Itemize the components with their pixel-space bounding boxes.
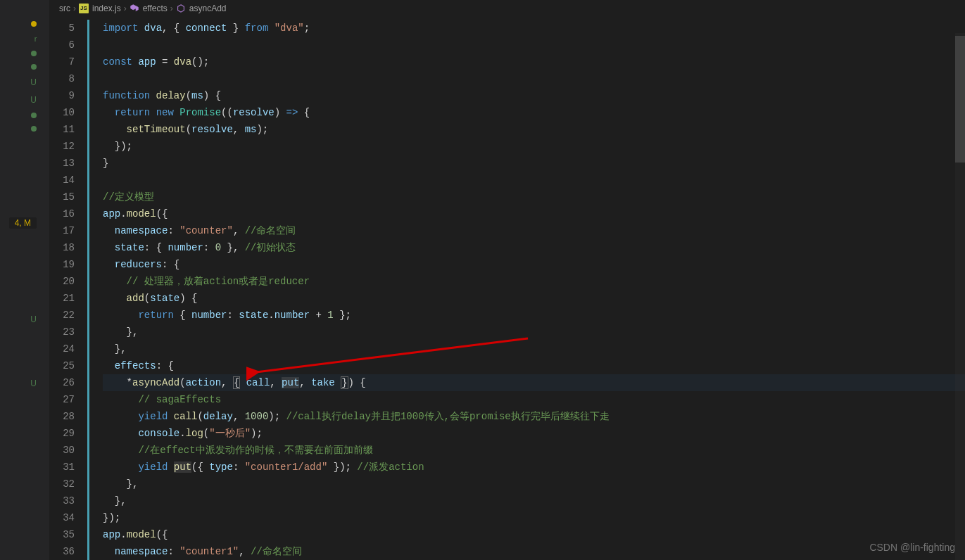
main-pane: src › JS index.js › effects › asyncAdd 5…	[49, 0, 965, 560]
line-number: 21	[49, 290, 75, 307]
code-line[interactable]: // sagaEffects	[103, 391, 965, 408]
line-change-bar	[87, 391, 89, 408]
code-line[interactable]: }	[103, 155, 965, 172]
line-change-bar	[87, 425, 89, 442]
code-line[interactable]: },	[103, 492, 965, 509]
line-change-bar	[87, 205, 89, 222]
code-line[interactable]: },	[103, 341, 965, 357]
line-change-bar	[87, 189, 89, 205]
code-line[interactable]: state: { number: 0 }, //初始状态	[103, 239, 965, 256]
code-line[interactable]: },	[103, 476, 965, 492]
line-change-bar	[87, 442, 89, 459]
line-change-bar	[87, 172, 89, 189]
code-line[interactable]: //在effect中派发动作的时候，不需要在前面加前缀	[103, 442, 965, 459]
line-number: 10	[49, 104, 75, 121]
method-icon	[176, 4, 186, 13]
line-number: 20	[49, 273, 75, 290]
line-change-bar	[87, 509, 89, 526]
line-number: 36	[49, 543, 75, 560]
line-change-bar	[87, 20, 89, 37]
code-line[interactable]: effects: {	[103, 357, 965, 374]
code-line[interactable]: namespace: "counter1", //命名空间	[103, 543, 965, 560]
line-number: 18	[49, 239, 75, 256]
line-change-bar	[87, 273, 89, 290]
code-line[interactable]: setTimeout(resolve, ms);	[103, 121, 965, 138]
code-line[interactable]: // 处理器，放着action或者是reducer	[103, 273, 965, 290]
line-change-bar	[87, 408, 89, 425]
code-line[interactable]: });	[103, 138, 965, 155]
dot-indicator	[31, 64, 37, 70]
line-number: 25	[49, 357, 75, 374]
line-number: 34	[49, 509, 75, 526]
status-letter: U	[30, 314, 37, 324]
line-change-bar	[87, 307, 89, 324]
line-change-bar	[87, 222, 89, 239]
line-change-bar	[87, 155, 89, 172]
breadcrumb-item[interactable]: asyncAdd	[189, 4, 227, 13]
code-line[interactable]: yield call(delay, 1000); //call执行delay并且…	[103, 408, 965, 425]
line-number: 26	[49, 374, 75, 391]
code-line[interactable]: app.model({	[103, 205, 965, 222]
dot-indicator	[31, 126, 37, 132]
line-number: 14	[49, 172, 75, 189]
breadcrumb[interactable]: src › JS index.js › effects › asyncAdd	[49, 0, 965, 16]
editor-root: r U U 4, M U U src › JS index.js › effec…	[0, 0, 965, 560]
line-number: 31	[49, 459, 75, 476]
line-number: 15	[49, 189, 75, 205]
line-number: 12	[49, 138, 75, 155]
chevron-right-icon: ›	[124, 4, 127, 13]
code-line[interactable]	[103, 172, 965, 189]
code-line[interactable]: //定义模型	[103, 189, 965, 205]
code-line[interactable]: add(state) {	[103, 290, 965, 307]
line-numbers-gutter: 5678910111213141516171819202122232425262…	[49, 16, 87, 560]
line-number: 22	[49, 307, 75, 324]
code-line[interactable]: app.model({	[103, 526, 965, 543]
line-number: 35	[49, 526, 75, 543]
chevron-right-icon: ›	[73, 4, 76, 13]
code-area[interactable]: import dva, { connect } from "dva";const…	[92, 16, 965, 560]
vertical-scrollbar[interactable]	[955, 33, 965, 560]
status-letter: U	[30, 77, 37, 87]
line-number: 28	[49, 408, 75, 425]
code-line[interactable]: yield put({ type: "counter1/add" }); //派…	[103, 459, 965, 476]
status-letter: r	[34, 34, 37, 43]
code-line[interactable]: },	[103, 324, 965, 341]
line-number: 8	[49, 70, 75, 87]
js-file-icon: JS	[79, 4, 89, 13]
line-change-bar	[87, 543, 89, 560]
line-change-bar	[87, 341, 89, 357]
code-line[interactable]: return { number: state.number + 1 };	[103, 307, 965, 324]
line-number: 6	[49, 37, 75, 53]
line-number: 7	[49, 53, 75, 70]
line-number: 30	[49, 442, 75, 459]
code-line[interactable]: *asyncAdd(action, { call, put, take }) {	[103, 374, 965, 391]
code-line[interactable]: import dva, { connect } from "dva";	[103, 20, 965, 37]
code-line[interactable]: });	[103, 509, 965, 526]
line-change-bar	[87, 492, 89, 509]
status-letter: U	[30, 378, 37, 388]
code-line[interactable]	[103, 70, 965, 87]
code-editor[interactable]: 5678910111213141516171819202122232425262…	[49, 16, 965, 560]
breadcrumb-item[interactable]: effects	[143, 4, 168, 13]
code-line[interactable]	[103, 37, 965, 53]
status-letter: U	[30, 95, 37, 105]
line-change-bar	[87, 324, 89, 341]
line-number: 16	[49, 205, 75, 222]
line-change-bar	[87, 374, 89, 391]
line-number: 13	[49, 155, 75, 172]
breadcrumb-item[interactable]: index.js	[92, 4, 121, 13]
code-line[interactable]: return new Promise((resolve) => {	[103, 104, 965, 121]
line-change-bar	[87, 53, 89, 70]
code-line[interactable]: namespace: "counter", //命名空间	[103, 222, 965, 239]
line-number: 24	[49, 341, 75, 357]
line-number: 19	[49, 256, 75, 273]
code-line[interactable]: reducers: {	[103, 256, 965, 273]
code-line[interactable]: const app = dva();	[103, 53, 965, 70]
code-line[interactable]: console.log("一秒后");	[103, 425, 965, 442]
code-line[interactable]: function delay(ms) {	[103, 87, 965, 104]
line-change-bar	[87, 87, 89, 104]
scrollbar-thumb[interactable]	[955, 36, 965, 163]
line-number: 5	[49, 20, 75, 37]
line-number: 9	[49, 87, 75, 104]
breadcrumb-item[interactable]: src	[59, 4, 70, 13]
